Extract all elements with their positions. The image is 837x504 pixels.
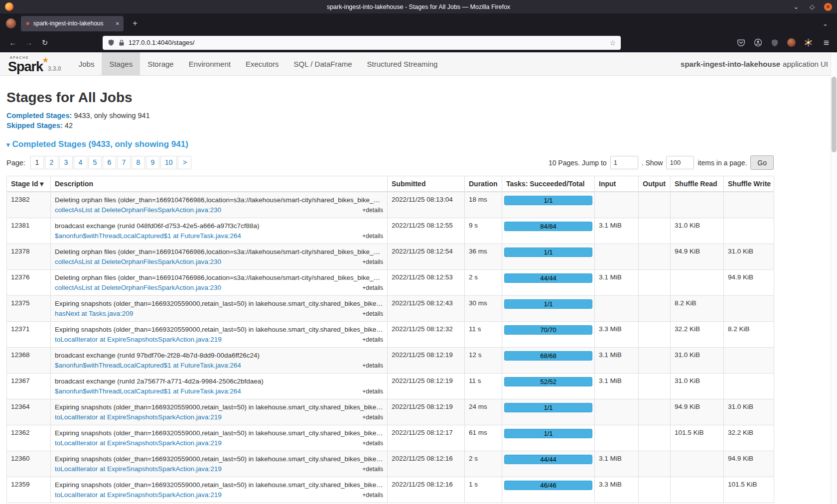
nav-tab-sql-dataframe[interactable]: SQL / DataFrame	[286, 52, 360, 75]
details-toggle[interactable]: +details	[362, 439, 383, 447]
output-cell	[639, 270, 671, 296]
user-avatar-icon[interactable]	[787, 38, 796, 47]
duration-cell: 61 ms	[465, 425, 502, 451]
page-button-10[interactable]: 10	[160, 156, 177, 169]
tab-close-icon[interactable]: ✕	[116, 21, 120, 26]
column-header-3[interactable]: Duration	[465, 176, 502, 192]
stage-callsite-link[interactable]: collectAsList at DeleteOrphanFilesSparkA…	[55, 206, 221, 214]
stage-callsite-link[interactable]: toLocalIterator at ExpireSnapshotsSparkA…	[55, 465, 222, 473]
tab-list-chevron-icon[interactable]: ⌄	[823, 20, 833, 27]
details-toggle[interactable]: +details	[362, 284, 383, 292]
stage-row: 12375Expiring snapshots (older_than=1669…	[7, 296, 774, 322]
column-header-7[interactable]: Shuffle Read	[671, 176, 724, 192]
forward-button[interactable]: →	[21, 38, 37, 47]
url-text[interactable]: 127.0.0.1:4040/stages/	[129, 39, 605, 46]
tracking-protection-shield-icon[interactable]	[108, 39, 115, 46]
stage-callsite-link[interactable]: toLocalIterator at ExpireSnapshotsSparkA…	[55, 413, 222, 421]
description-second-line: collectAsList at DeleteOrphanFilesSparkA…	[55, 284, 383, 292]
nav-tab-executors[interactable]: Executors	[238, 52, 286, 75]
stage-callsite-link[interactable]: toLocalIterator at ExpireSnapshotsSparkA…	[55, 336, 222, 344]
details-toggle[interactable]: +details	[362, 310, 383, 318]
column-header-0[interactable]: Stage Id ▾	[7, 176, 51, 192]
description-cell: broadcast exchange (runId 2a75677f-a771-…	[51, 374, 388, 399]
scrollbar-thumb[interactable]	[832, 77, 837, 152]
spark-nav: JobsStagesStorageEnvironmentExecutorsSQL…	[71, 52, 445, 75]
stage-id-cell: 12371	[7, 322, 51, 348]
duration-cell: 2 s	[465, 270, 502, 296]
stage-callsite-link[interactable]: toLocalIterator at ExpireSnapshotsSparkA…	[55, 491, 222, 499]
nav-tab-stages[interactable]: Stages	[102, 52, 140, 75]
stage-callsite-link[interactable]: collectAsList at DeleteOrphanFilesSparkA…	[55, 284, 221, 292]
pinwheel-extension-icon[interactable]	[804, 38, 813, 47]
details-toggle[interactable]: +details	[362, 206, 383, 214]
lock-icon[interactable]	[119, 39, 125, 46]
go-button[interactable]: Go	[750, 155, 774, 170]
shuffle-write-cell: 8.2 KiB	[724, 322, 774, 348]
jump-to-page-input[interactable]	[610, 156, 638, 169]
column-header-4[interactable]: Tasks: Succeeded/Total	[502, 176, 595, 192]
back-button[interactable]: ←	[5, 38, 21, 47]
page-scrollbar[interactable]	[831, 53, 837, 504]
close-window-icon[interactable]: ✕	[824, 3, 832, 11]
menu-button[interactable]: ≡	[821, 37, 832, 48]
nav-tab-structured-streaming[interactable]: Structured Streaming	[360, 52, 445, 75]
shuffle-write-cell	[724, 374, 774, 399]
nav-tab-jobs[interactable]: Jobs	[71, 52, 102, 75]
page-button->[interactable]: >	[178, 156, 191, 169]
details-toggle[interactable]: +details	[362, 336, 383, 344]
details-toggle[interactable]: +details	[362, 258, 383, 266]
submitted-cell: 2022/11/25 08:12:53	[388, 270, 465, 296]
column-header-5[interactable]: Input	[595, 176, 639, 192]
stage-callsite-link[interactable]: collectAsList at DeleteOrphanFilesSparkA…	[55, 258, 221, 266]
shuffle-write-cell: 101.5 KiB	[724, 477, 774, 503]
details-toggle[interactable]: +details	[362, 232, 383, 240]
stage-callsite-link[interactable]: $anonfun$withThreadLocalCaptured$1 at Fu…	[55, 387, 241, 395]
ublock-shield-icon[interactable]	[771, 39, 779, 47]
spark-logo[interactable]: APACHE Spark★ 3.3.0	[0, 52, 68, 75]
page-button-4[interactable]: 4	[74, 156, 87, 169]
stage-callsite-link[interactable]: hasNext at Tasks.java:209	[55, 310, 133, 318]
completed-stages-link[interactable]: Completed Stages:	[6, 112, 72, 120]
stage-description: Deleting orphan files (older_than=166910…	[55, 248, 383, 256]
column-header-1[interactable]: Description	[51, 176, 388, 192]
details-toggle[interactable]: +details	[362, 413, 383, 421]
column-header-2[interactable]: Submitted	[388, 176, 465, 192]
column-header-8[interactable]: Shuffle Write	[724, 176, 774, 192]
page-button-8[interactable]: 8	[132, 156, 145, 169]
profile-avatar-icon[interactable]	[6, 18, 16, 28]
submitted-cell: 2022/11/25 08:12:19	[388, 399, 465, 425]
details-toggle[interactable]: +details	[362, 362, 383, 370]
stage-callsite-link[interactable]: toLocalIterator at ExpireSnapshotsSparkA…	[55, 439, 222, 447]
nav-tab-storage[interactable]: Storage	[140, 52, 181, 75]
page-button-9[interactable]: 9	[146, 156, 159, 169]
page-button-2[interactable]: 2	[45, 156, 58, 169]
reload-button[interactable]: ↻	[37, 38, 53, 47]
items-per-page-input[interactable]	[666, 156, 694, 169]
details-toggle[interactable]: +details	[362, 491, 383, 499]
nav-tab-environment[interactable]: Environment	[181, 52, 238, 75]
minimize-icon[interactable]: ⌄	[792, 3, 800, 10]
details-toggle[interactable]: +details	[362, 465, 383, 473]
output-cell	[639, 348, 671, 374]
page-button-6[interactable]: 6	[103, 156, 116, 169]
pocket-icon[interactable]	[737, 38, 745, 47]
account-icon[interactable]	[754, 38, 762, 47]
output-cell	[639, 322, 671, 348]
completed-stages-section-toggle[interactable]: ▾Completed Stages (9433, only showing 94…	[6, 139, 774, 149]
stage-callsite-link[interactable]: $anonfun$withThreadLocalCaptured$1 at Fu…	[55, 362, 241, 370]
page-button-3[interactable]: 3	[59, 156, 73, 169]
page-button-5[interactable]: 5	[88, 156, 102, 169]
bookmark-star-icon[interactable]: ☆	[609, 39, 616, 47]
skipped-stages-link[interactable]: Skipped Stages:	[6, 122, 63, 129]
browser-tab[interactable]: ★ spark-ingest-into-lakehous ✕	[21, 16, 124, 31]
stage-callsite-link[interactable]: $anonfun$withThreadLocalCaptured$1 at Fu…	[55, 232, 241, 240]
column-header-6[interactable]: Output	[639, 176, 671, 192]
maximize-icon[interactable]: ◇	[808, 3, 816, 10]
url-bar[interactable]: 127.0.0.1:4040/stages/ ☆	[103, 36, 621, 50]
new-tab-button[interactable]: +	[129, 18, 141, 28]
spark-header: APACHE Spark★ 3.3.0 JobsStagesStorageEnv…	[0, 52, 837, 76]
page-button-1[interactable]: 1	[30, 156, 44, 169]
page-button-7[interactable]: 7	[117, 156, 131, 169]
stage-row: 12376Deleting orphan files (older_than=1…	[7, 270, 774, 296]
details-toggle[interactable]: +details	[362, 387, 383, 395]
